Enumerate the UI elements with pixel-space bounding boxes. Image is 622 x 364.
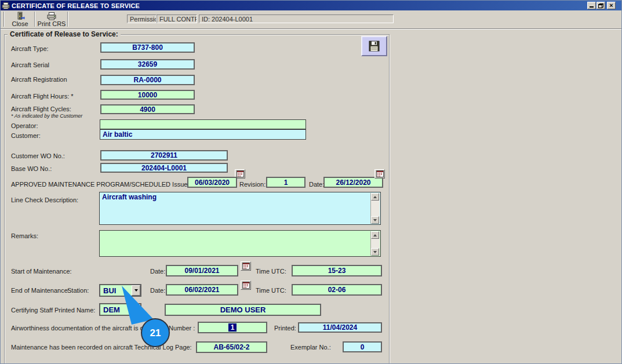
station-combo[interactable]: BUI [99, 284, 141, 297]
amp-label: APPROVED MAINTENANCE PROGRAM/SCHEDULED I… [11, 181, 189, 188]
end-time-label: Time UTC: [256, 287, 286, 294]
save-button[interactable] [361, 36, 387, 56]
close-icon: × [609, 2, 613, 9]
staff-name-field[interactable]: DEMO USER [165, 304, 321, 316]
title-bar: CERTIFICATE OF RELEASE TO SERVICE × [1, 1, 621, 10]
certifying-staff-label: Certifying Staff Printed Name: [11, 307, 95, 314]
customer-field[interactable]: Air baltic [100, 129, 306, 140]
scroll-up-button[interactable] [371, 231, 379, 239]
printed-date-field[interactable]: 11/04/2024 [298, 322, 382, 333]
chevron-down-icon [134, 289, 138, 292]
aircraft-serial-label: Aircraft Serial [11, 61, 49, 68]
base-wo-label: Base WO No.: [11, 165, 52, 172]
scroll-up-button[interactable] [371, 193, 379, 201]
amp-revision-field[interactable]: 1 [266, 177, 305, 188]
station-value: BUI [100, 285, 132, 296]
exemplar-label: Exemplar No.: [290, 344, 331, 351]
amp-date-calendar-button[interactable] [374, 169, 385, 179]
start-date-label: Date: [150, 268, 165, 275]
line-check-scrollbar[interactable] [370, 193, 380, 224]
calendar-icon [242, 263, 250, 270]
window-title: CERTIFICATE OF RELEASE TO SERVICE [12, 2, 140, 9]
station-dropdown-button[interactable] [132, 285, 140, 296]
restore-icon [598, 3, 603, 8]
line-check-textarea[interactable]: Aircraft washing [99, 192, 381, 225]
print-crs-label: Print CRS [38, 20, 66, 27]
minimize-icon [590, 6, 594, 8]
line-check-label: Line Check Description: [11, 196, 78, 203]
triangle-down-icon [373, 219, 377, 221]
group-box-legend: Certificate of Release to Service: [8, 30, 121, 38]
close-window-button[interactable]: × [607, 2, 616, 9]
triangle-up-icon [373, 196, 377, 198]
flight-hours-field[interactable]: 10000 [100, 90, 195, 100]
customer-wo-field[interactable]: 2702911 [100, 150, 228, 161]
operator-field[interactable] [100, 119, 306, 129]
airworthiness-label: Airworthiness documentation of the aircr… [11, 325, 195, 332]
customer-wo-label: Customer WO No.: [11, 152, 65, 159]
app-window: CERTIFICATE OF RELEASE TO SERVICE × Clos… [0, 0, 622, 364]
toolbar: Close Print CRS Permission: FULL CONTROL… [1, 10, 621, 29]
record-id-value: ID: 202404-L0001 [199, 14, 394, 23]
end-date-field[interactable]: 06/02/2021 [166, 284, 238, 296]
flight-cycles-field[interactable]: 4900 [100, 104, 195, 114]
triangle-down-icon [373, 251, 377, 253]
start-time-label: Time UTC: [256, 268, 286, 275]
calendar-icon [242, 282, 250, 289]
permission-label: Permission: [127, 14, 157, 23]
line-check-text: Aircraft washing [102, 193, 157, 201]
start-date-calendar-button[interactable] [241, 261, 251, 271]
staff-code-combo[interactable]: DEM [99, 303, 141, 316]
permission-value: FULL CONTROL [157, 14, 197, 23]
printer-icon [47, 12, 56, 20]
restore-button[interactable] [596, 2, 605, 9]
airworthiness-number-value: 1 [228, 323, 237, 332]
minimize-button[interactable] [587, 2, 596, 9]
start-date-field[interactable]: 09/01/2021 [166, 265, 238, 276]
end-time-field[interactable]: 02-06 [292, 284, 382, 296]
remarks-scrollbar[interactable] [370, 231, 380, 256]
customer-note: * As indicated by the Customer [11, 113, 82, 119]
scroll-down-button[interactable] [371, 216, 379, 224]
aircraft-serial-field[interactable]: 32659 [100, 59, 195, 70]
amp-revision-label: Revision: [239, 181, 265, 188]
customer-label: Customer: [11, 132, 41, 139]
calendar-icon [237, 170, 244, 177]
close-button[interactable]: Close [6, 12, 34, 27]
triangle-up-icon [373, 234, 377, 236]
tech-log-page-field[interactable]: AB-65/02-2 [196, 341, 267, 353]
staff-code-dropdown-area[interactable] [131, 304, 140, 315]
scroll-down-button[interactable] [371, 248, 379, 256]
aircraft-registration-label: Aircraft Registration [11, 76, 67, 83]
toolbar-separator [67, 12, 68, 27]
operator-label: Operator: [11, 122, 38, 129]
amp-issue-field[interactable]: 06/03/2020 [187, 177, 237, 188]
print-crs-button[interactable]: Print CRS [37, 12, 66, 27]
airworthiness-number-field[interactable]: 1 [198, 322, 267, 333]
base-wo-field[interactable]: 202404-L0001 [100, 163, 228, 173]
end-date-calendar-button[interactable] [241, 281, 251, 290]
toolbar-separator [3, 12, 5, 27]
station-label: Station: [67, 287, 89, 294]
flight-hours-label: Aircraft Flight Hours: * [11, 93, 74, 100]
remarks-label: Remarks: [11, 232, 38, 239]
remarks-textarea[interactable] [99, 230, 381, 257]
aircraft-type-field[interactable]: B737-800 [100, 42, 195, 53]
end-date-label: Date: [150, 287, 165, 294]
aircraft-type-label: Aircraft Type: [11, 45, 49, 52]
calendar-icon [376, 170, 384, 177]
exemplar-field[interactable]: 0 [343, 341, 382, 352]
amp-date-label: Date: [309, 181, 324, 188]
printer-icon [2, 2, 10, 9]
flight-cycles-label: Aircraft Flight Cycles: [11, 105, 71, 112]
floppy-disk-icon [369, 41, 380, 52]
end-maintenance-label: End of Maintenance: [11, 287, 70, 294]
staff-code-value: DEM [100, 304, 131, 315]
exit-door-icon [16, 12, 25, 20]
start-time-field[interactable]: 15-23 [292, 265, 382, 276]
tech-log-label: Maintenance has been recorded on aircraf… [11, 344, 192, 351]
aircraft-registration-field[interactable]: RA-0000 [100, 75, 195, 85]
close-button-label: Close [12, 20, 28, 27]
printed-label: Printed: [274, 325, 296, 332]
toolbar-separator [34, 12, 35, 27]
